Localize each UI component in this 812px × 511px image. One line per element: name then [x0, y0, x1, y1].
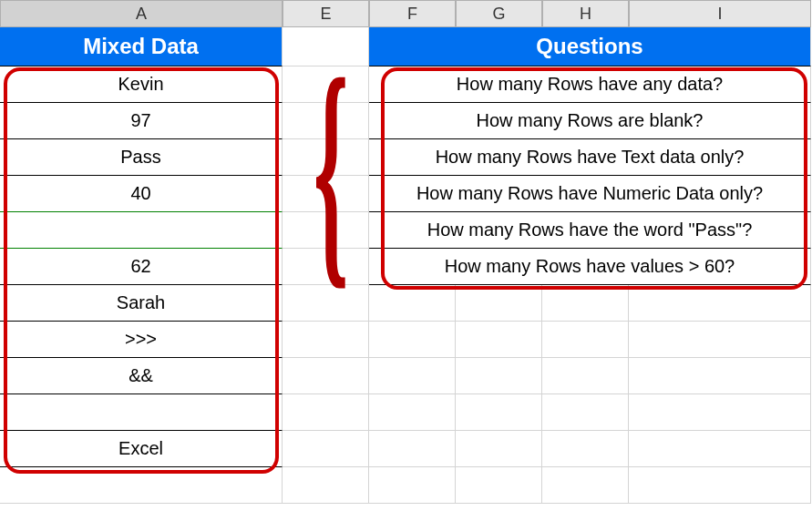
questions-title: Questions — [369, 27, 811, 66]
cell-blank[interactable] — [283, 285, 369, 322]
cell-blank[interactable] — [369, 431, 456, 467]
cell-blank[interactable] — [283, 139, 369, 176]
col-header-a[interactable]: A — [0, 0, 283, 27]
cell-blank[interactable] — [283, 212, 369, 249]
col-header-h[interactable]: H — [542, 0, 629, 27]
cell-blank[interactable] — [456, 322, 542, 358]
cell-blank[interactable] — [283, 103, 369, 139]
cell-blank[interactable] — [456, 358, 542, 394]
cell-blank[interactable] — [629, 394, 811, 431]
cell-blank[interactable] — [542, 285, 629, 322]
data-cell[interactable]: Sarah — [0, 285, 283, 322]
cell-blank[interactable] — [542, 322, 629, 358]
data-cell[interactable]: >>> — [0, 322, 283, 358]
cell-blank[interactable] — [369, 358, 456, 394]
col-header-f[interactable]: F — [369, 0, 456, 27]
cell-blank[interactable] — [456, 394, 542, 431]
cell-blank[interactable] — [283, 66, 369, 103]
question-cell[interactable]: How many Rows are blank? — [369, 103, 811, 139]
cell-blank[interactable] — [629, 431, 811, 467]
cell-blank[interactable] — [0, 467, 283, 504]
cell-blank[interactable] — [369, 322, 456, 358]
data-cell[interactable]: Kevin — [0, 66, 283, 103]
data-cell[interactable]: Pass — [0, 139, 283, 176]
cell-blank[interactable] — [542, 467, 629, 504]
cell-blank[interactable] — [629, 358, 811, 394]
question-cell[interactable]: How many Rows have any data? — [369, 66, 811, 103]
data-cell[interactable]: 97 — [0, 103, 283, 139]
spreadsheet-grid: Mixed Data Questions Kevin How many Rows… — [0, 27, 812, 504]
cell-blank[interactable] — [542, 358, 629, 394]
cell-blank[interactable] — [456, 467, 542, 504]
mixed-data-title: Mixed Data — [0, 27, 283, 66]
cell-blank[interactable] — [542, 394, 629, 431]
question-cell[interactable]: How many Rows have Numeric Data only? — [369, 176, 811, 212]
cell-blank[interactable] — [283, 394, 369, 431]
cell-blank[interactable] — [283, 27, 369, 66]
cell-blank[interactable] — [369, 394, 456, 431]
cell-blank[interactable] — [629, 467, 811, 504]
cell-blank[interactable] — [283, 249, 369, 285]
cell-blank[interactable] — [369, 285, 456, 322]
cell-blank[interactable] — [283, 467, 369, 504]
cell-blank[interactable] — [629, 285, 811, 322]
column-header-row: A E F G H I — [0, 0, 812, 27]
data-cell[interactable]: && — [0, 358, 283, 394]
cell-blank[interactable] — [283, 431, 369, 467]
cell-blank[interactable] — [283, 176, 369, 212]
cell-blank[interactable] — [456, 285, 542, 322]
cell-blank[interactable] — [456, 431, 542, 467]
data-cell[interactable] — [0, 212, 283, 249]
data-cell[interactable]: 62 — [0, 249, 283, 285]
data-cell[interactable] — [0, 394, 283, 431]
cell-blank[interactable] — [283, 358, 369, 394]
cell-blank[interactable] — [542, 431, 629, 467]
question-cell[interactable]: How many Rows have values > 60? — [369, 249, 811, 285]
col-header-e[interactable]: E — [283, 0, 369, 27]
question-cell[interactable]: How many Rows have the word "Pass"? — [369, 212, 811, 249]
cell-blank[interactable] — [283, 322, 369, 358]
col-header-g[interactable]: G — [456, 0, 542, 27]
data-cell[interactable]: Excel — [0, 431, 283, 467]
cell-blank[interactable] — [369, 467, 456, 504]
data-cell[interactable]: 40 — [0, 176, 283, 212]
col-header-i[interactable]: I — [629, 0, 811, 27]
question-cell[interactable]: How many Rows have Text data only? — [369, 139, 811, 176]
cell-blank[interactable] — [629, 322, 811, 358]
